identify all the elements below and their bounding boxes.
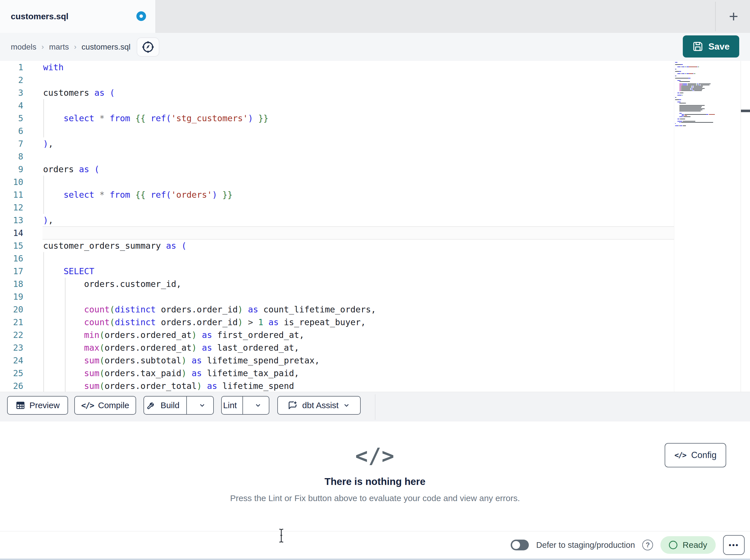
line-number: 11: [0, 188, 23, 201]
code-line[interactable]: 20 count(distinct orders.order_id) as co…: [0, 303, 750, 316]
code-line[interactable]: 14: [0, 227, 750, 240]
compile-button[interactable]: </> Compile: [74, 396, 136, 415]
minimap[interactable]: [674, 61, 741, 392]
code-line[interactable]: 2: [0, 74, 750, 86]
code-line[interactable]: 13),: [0, 214, 750, 227]
lint-button[interactable]: Lint: [222, 397, 238, 414]
line-number: 20: [0, 303, 23, 316]
preview-button-label: Preview: [29, 400, 60, 410]
line-number: 26: [0, 379, 23, 392]
line-number: 25: [0, 367, 23, 379]
line-number: 19: [0, 290, 23, 303]
code-line[interactable]: 10: [0, 175, 750, 188]
line-number: 13: [0, 214, 23, 227]
empty-state-subtitle: Press the Lint or Fix button above to ev…: [0, 494, 750, 503]
overflow-menu-button[interactable]: •••: [723, 535, 745, 555]
code-line[interactable]: 3customers as (: [0, 86, 750, 99]
status-badge-label: Ready: [683, 540, 707, 550]
empty-state-title: There is nothing here: [0, 476, 750, 487]
new-tab-button[interactable]: +: [722, 5, 746, 28]
code-line[interactable]: 19: [0, 290, 750, 303]
code-line[interactable]: 9orders as (: [0, 163, 750, 175]
breadcrumb-separator: ›: [41, 42, 44, 51]
lint-split-button: Lint: [221, 396, 269, 415]
code-brackets-icon: </>: [81, 401, 94, 410]
code-line[interactable]: 23 max(orders.ordered_at) as last_ordere…: [0, 341, 750, 354]
code-line[interactable]: 11 select * from {{ ref('orders') }}: [0, 188, 750, 201]
indent-guide: [43, 99, 44, 138]
minimap-content: [675, 62, 741, 126]
status-circle-icon: [669, 541, 677, 549]
line-number: 14: [0, 227, 23, 240]
ide-window: customers.sql + models › marts › custome…: [0, 0, 750, 560]
line-number: 21: [0, 316, 23, 329]
build-button[interactable]: Build: [144, 397, 182, 414]
code-line[interactable]: 25 sum(orders.tax_paid) as lifetime_tax_…: [0, 367, 750, 379]
config-button[interactable]: </> Config: [665, 443, 726, 468]
dbt-assist-button[interactable]: dbt Assist: [277, 396, 361, 415]
defer-label: Defer to staging/production: [536, 540, 635, 550]
code-line[interactable]: 6: [0, 125, 750, 138]
tab-divider: [715, 2, 716, 31]
line-number: 12: [0, 201, 23, 214]
compass-icon: [141, 40, 155, 55]
code-line[interactable]: 17 SELECT: [0, 265, 750, 277]
breadcrumb-file[interactable]: customers.sql: [82, 42, 131, 51]
line-number: 9: [0, 163, 23, 175]
file-tab-customers-sql[interactable]: customers.sql: [0, 0, 156, 33]
help-icon[interactable]: ?: [642, 540, 653, 551]
code-line[interactable]: 4: [0, 99, 750, 112]
code-line[interactable]: 16: [0, 252, 750, 265]
save-button[interactable]: Save: [683, 36, 739, 58]
code-line[interactable]: 5 select * from {{ ref('stg_customers') …: [0, 112, 750, 125]
editor-toolbar: Preview </> Compile Build: [0, 392, 750, 422]
line-number: 15: [0, 240, 23, 252]
code-line[interactable]: 1with: [0, 61, 750, 74]
lint-dropdown-button[interactable]: [247, 397, 269, 414]
code-line[interactable]: 15customer_orders_summary as (: [0, 240, 750, 252]
code-line[interactable]: 18 orders.customer_id,: [0, 277, 750, 290]
wrench-icon: [146, 400, 156, 410]
build-button-label: Build: [160, 400, 179, 410]
toggle-knob: [512, 541, 520, 549]
code-line[interactable]: 8: [0, 150, 750, 163]
code-line[interactable]: 22 min(orders.ordered_at) as first_order…: [0, 329, 750, 341]
indent-guide: [65, 277, 65, 392]
line-number: 17: [0, 265, 23, 277]
code-line[interactable]: 26 sum(orders.order_total) as lifetime_s…: [0, 379, 750, 392]
line-number: 6: [0, 125, 23, 138]
code-line[interactable]: 12: [0, 201, 750, 214]
line-number: 22: [0, 329, 23, 341]
compile-button-label: Compile: [98, 400, 129, 410]
code-brackets-icon: </>: [674, 451, 686, 459]
status-badge[interactable]: Ready: [660, 536, 716, 554]
indent-guide: [43, 175, 44, 214]
preview-button[interactable]: Preview: [7, 396, 68, 415]
code-line[interactable]: 7),: [0, 138, 750, 150]
floppy-disk-icon: [692, 41, 703, 52]
editor-scrollbar-thumb[interactable]: [741, 110, 750, 112]
build-dropdown-button[interactable]: [191, 397, 213, 414]
defer-toggle[interactable]: [511, 540, 529, 551]
breadcrumb-marts[interactable]: marts: [49, 42, 69, 51]
lint-button-label: Lint: [223, 400, 237, 410]
breadcrumb: models › marts › customers.sql: [11, 42, 131, 51]
code-line[interactable]: 24 sum(orders.subtotal) as lifetime_spen…: [0, 354, 750, 367]
breadcrumb-models[interactable]: models: [11, 42, 36, 51]
dbt-assist-button-label: dbt Assist: [302, 400, 339, 410]
line-number: 23: [0, 341, 23, 354]
line-number: 10: [0, 175, 23, 188]
code-lines: 1with23customers as (45 select * from {{…: [0, 61, 750, 392]
chevron-down-icon: [198, 402, 206, 409]
assist-sparkle-chat-icon: [288, 400, 298, 411]
code-editor[interactable]: 1with23customers as (45 select * from {{…: [0, 61, 750, 392]
config-button-label: Config: [691, 450, 716, 460]
line-number: 16: [0, 252, 23, 265]
breadcrumb-row: models › marts › customers.sql: [0, 33, 750, 61]
file-tab-title: customers.sql: [11, 12, 68, 21]
line-number: 7: [0, 138, 23, 150]
line-number: 8: [0, 150, 23, 163]
open-lineage-button[interactable]: [137, 37, 159, 57]
table-grid-icon: [16, 400, 25, 410]
code-line[interactable]: 21 count(distinct orders.order_id) > 1 a…: [0, 316, 750, 329]
